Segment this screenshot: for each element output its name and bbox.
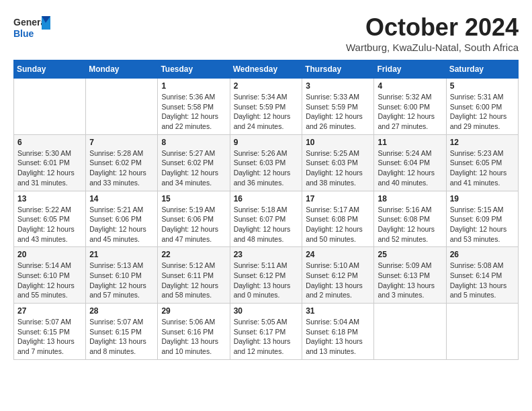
day-number: 25 xyxy=(378,250,442,259)
day-info: Sunrise: 5:34 AM Sunset: 5:59 PM Dayligh… xyxy=(234,92,299,132)
day-number: 3 xyxy=(306,81,370,91)
day-number: 17 xyxy=(306,194,370,203)
day-info: Sunrise: 5:28 AM Sunset: 6:02 PM Dayligh… xyxy=(89,148,154,188)
calendar-cell: 20Sunrise: 5:14 AM Sunset: 6:10 PM Dayli… xyxy=(14,247,86,304)
calendar-cell: 23Sunrise: 5:11 AM Sunset: 6:12 PM Dayli… xyxy=(230,247,302,304)
calendar-cell: 7Sunrise: 5:28 AM Sunset: 6:02 PM Daylig… xyxy=(86,134,158,191)
day-info: Sunrise: 5:17 AM Sunset: 6:08 PM Dayligh… xyxy=(306,205,370,244)
day-info: Sunrise: 5:19 AM Sunset: 6:06 PM Dayligh… xyxy=(161,205,226,244)
svg-text:Blue: Blue xyxy=(13,28,34,39)
calendar-cell: 5Sunrise: 5:31 AM Sunset: 6:00 PM Daylig… xyxy=(446,79,518,135)
day-info: Sunrise: 5:36 AM Sunset: 5:58 PM Dayligh… xyxy=(161,92,226,132)
weekday-header-wednesday: Wednesday xyxy=(230,60,302,79)
day-info: Sunrise: 5:13 AM Sunset: 6:10 PM Dayligh… xyxy=(89,261,154,300)
day-number: 26 xyxy=(450,250,515,259)
day-number: 12 xyxy=(450,138,515,147)
day-number: 13 xyxy=(17,194,82,203)
calendar-cell: 9Sunrise: 5:26 AM Sunset: 6:03 PM Daylig… xyxy=(230,134,302,191)
calendar-cell: 19Sunrise: 5:15 AM Sunset: 6:09 PM Dayli… xyxy=(446,191,518,247)
calendar-cell: 2Sunrise: 5:34 AM Sunset: 5:59 PM Daylig… xyxy=(230,79,302,135)
day-number: 4 xyxy=(378,81,442,91)
weekday-header-saturday: Saturday xyxy=(446,60,518,79)
calendar-cell: 26Sunrise: 5:08 AM Sunset: 6:14 PM Dayli… xyxy=(446,247,518,304)
day-info: Sunrise: 5:27 AM Sunset: 6:02 PM Dayligh… xyxy=(161,148,226,188)
day-info: Sunrise: 5:16 AM Sunset: 6:08 PM Dayligh… xyxy=(378,205,442,244)
weekday-header-thursday: Thursday xyxy=(302,60,374,79)
day-number: 5 xyxy=(450,81,515,91)
day-number: 15 xyxy=(161,194,226,203)
calendar-week-3: 13Sunrise: 5:22 AM Sunset: 6:05 PM Dayli… xyxy=(14,191,519,247)
weekday-header-friday: Friday xyxy=(374,60,446,79)
weekday-header-sunday: Sunday xyxy=(14,60,86,79)
calendar-cell: 13Sunrise: 5:22 AM Sunset: 6:05 PM Dayli… xyxy=(14,191,86,247)
day-info: Sunrise: 5:10 AM Sunset: 6:12 PM Dayligh… xyxy=(306,261,370,300)
calendar-cell: 12Sunrise: 5:23 AM Sunset: 6:05 PM Dayli… xyxy=(446,134,518,191)
calendar-cell: 17Sunrise: 5:17 AM Sunset: 6:08 PM Dayli… xyxy=(302,191,374,247)
day-number: 19 xyxy=(450,194,515,203)
day-info: Sunrise: 5:04 AM Sunset: 6:18 PM Dayligh… xyxy=(306,317,370,357)
day-number: 11 xyxy=(378,138,442,147)
weekday-header-tuesday: Tuesday xyxy=(158,60,230,79)
day-number: 7 xyxy=(89,138,154,147)
calendar-cell: 25Sunrise: 5:09 AM Sunset: 6:13 PM Dayli… xyxy=(374,247,446,304)
day-number: 8 xyxy=(161,138,226,147)
page-header: General Blue October 2024 Wartburg, KwaZ… xyxy=(13,13,519,53)
logo-icon: General Blue xyxy=(13,13,50,44)
day-number: 22 xyxy=(161,250,226,259)
day-number: 6 xyxy=(17,138,82,147)
calendar-header-row: SundayMondayTuesdayWednesdayThursdayFrid… xyxy=(14,60,519,79)
calendar-cell: 29Sunrise: 5:06 AM Sunset: 6:16 PM Dayli… xyxy=(158,304,230,360)
day-number: 14 xyxy=(89,194,154,203)
day-info: Sunrise: 5:07 AM Sunset: 6:15 PM Dayligh… xyxy=(89,317,154,357)
calendar-cell: 14Sunrise: 5:21 AM Sunset: 6:06 PM Dayli… xyxy=(86,191,158,247)
calendar-cell xyxy=(86,79,158,135)
day-info: Sunrise: 5:23 AM Sunset: 6:05 PM Dayligh… xyxy=(450,148,515,188)
calendar-week-2: 6Sunrise: 5:30 AM Sunset: 6:01 PM Daylig… xyxy=(14,134,519,191)
day-info: Sunrise: 5:33 AM Sunset: 5:59 PM Dayligh… xyxy=(306,92,370,132)
calendar-cell: 15Sunrise: 5:19 AM Sunset: 6:06 PM Dayli… xyxy=(158,191,230,247)
day-number: 28 xyxy=(89,306,154,316)
calendar-cell: 11Sunrise: 5:24 AM Sunset: 6:04 PM Dayli… xyxy=(374,134,446,191)
weekday-header-monday: Monday xyxy=(86,60,158,79)
calendar-cell: 16Sunrise: 5:18 AM Sunset: 6:07 PM Dayli… xyxy=(230,191,302,247)
calendar-cell: 31Sunrise: 5:04 AM Sunset: 6:18 PM Dayli… xyxy=(302,304,374,360)
day-number: 10 xyxy=(306,138,370,147)
day-info: Sunrise: 5:22 AM Sunset: 6:05 PM Dayligh… xyxy=(17,205,82,244)
calendar-cell: 1Sunrise: 5:36 AM Sunset: 5:58 PM Daylig… xyxy=(158,79,230,135)
day-info: Sunrise: 5:12 AM Sunset: 6:11 PM Dayligh… xyxy=(161,261,226,300)
calendar-cell: 27Sunrise: 5:07 AM Sunset: 6:15 PM Dayli… xyxy=(14,304,86,360)
calendar-cell: 3Sunrise: 5:33 AM Sunset: 5:59 PM Daylig… xyxy=(302,79,374,135)
calendar-table: SundayMondayTuesdayWednesdayThursdayFrid… xyxy=(13,60,519,360)
day-info: Sunrise: 5:24 AM Sunset: 6:04 PM Dayligh… xyxy=(378,148,442,188)
calendar-week-4: 20Sunrise: 5:14 AM Sunset: 6:10 PM Dayli… xyxy=(14,247,519,304)
location: Wartburg, KwaZulu-Natal, South Africa xyxy=(346,42,519,53)
calendar-cell: 21Sunrise: 5:13 AM Sunset: 6:10 PM Dayli… xyxy=(86,247,158,304)
day-info: Sunrise: 5:11 AM Sunset: 6:12 PM Dayligh… xyxy=(234,261,299,300)
day-info: Sunrise: 5:18 AM Sunset: 6:07 PM Dayligh… xyxy=(234,205,299,244)
calendar-cell: 6Sunrise: 5:30 AM Sunset: 6:01 PM Daylig… xyxy=(14,134,86,191)
day-number: 20 xyxy=(17,250,82,259)
calendar-cell: 30Sunrise: 5:05 AM Sunset: 6:17 PM Dayli… xyxy=(230,304,302,360)
day-number: 30 xyxy=(234,306,299,316)
calendar-cell xyxy=(374,304,446,360)
calendar-cell xyxy=(14,79,86,135)
month-title: October 2024 xyxy=(346,13,519,42)
day-number: 29 xyxy=(161,306,226,316)
calendar-cell: 28Sunrise: 5:07 AM Sunset: 6:15 PM Dayli… xyxy=(86,304,158,360)
day-info: Sunrise: 5:32 AM Sunset: 6:00 PM Dayligh… xyxy=(378,92,442,132)
day-number: 21 xyxy=(89,250,154,259)
calendar-cell: 4Sunrise: 5:32 AM Sunset: 6:00 PM Daylig… xyxy=(374,79,446,135)
calendar-cell: 10Sunrise: 5:25 AM Sunset: 6:03 PM Dayli… xyxy=(302,134,374,191)
day-number: 16 xyxy=(234,194,299,203)
day-number: 24 xyxy=(306,250,370,259)
calendar-cell xyxy=(446,304,518,360)
day-info: Sunrise: 5:09 AM Sunset: 6:13 PM Dayligh… xyxy=(378,261,442,300)
day-number: 18 xyxy=(378,194,442,203)
day-number: 2 xyxy=(234,81,299,91)
day-info: Sunrise: 5:30 AM Sunset: 6:01 PM Dayligh… xyxy=(17,148,82,188)
calendar-week-1: 1Sunrise: 5:36 AM Sunset: 5:58 PM Daylig… xyxy=(14,79,519,135)
calendar-cell: 8Sunrise: 5:27 AM Sunset: 6:02 PM Daylig… xyxy=(158,134,230,191)
day-info: Sunrise: 5:14 AM Sunset: 6:10 PM Dayligh… xyxy=(17,261,82,300)
calendar-cell: 22Sunrise: 5:12 AM Sunset: 6:11 PM Dayli… xyxy=(158,247,230,304)
calendar-cell: 18Sunrise: 5:16 AM Sunset: 6:08 PM Dayli… xyxy=(374,191,446,247)
